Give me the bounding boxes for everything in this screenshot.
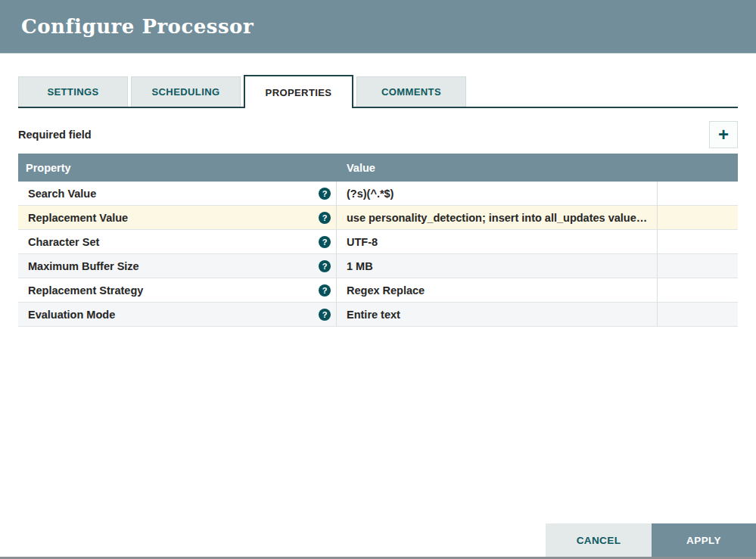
extra-cell bbox=[658, 303, 738, 326]
help-icon[interactable]: ? bbox=[319, 188, 331, 200]
value-cell[interactable]: Regex Replace bbox=[337, 278, 658, 302]
apply-button[interactable]: APPLY bbox=[652, 523, 756, 557]
help-icon[interactable]: ? bbox=[319, 309, 331, 321]
property-cell: Replacement Strategy ? bbox=[18, 278, 337, 302]
property-label: Replacement Value bbox=[28, 212, 128, 224]
dialog-content: SETTINGS SCHEDULING PROPERTIES COMMENTS … bbox=[0, 75, 756, 327]
cancel-button[interactable]: CANCEL bbox=[546, 523, 652, 557]
tab-scheduling[interactable]: SCHEDULING bbox=[131, 76, 241, 107]
value-cell[interactable]: 1 MB bbox=[337, 254, 658, 278]
property-cell: Maximum Buffer Size ? bbox=[18, 254, 337, 278]
tab-comments[interactable]: COMMENTS bbox=[356, 76, 466, 107]
property-label: Replacement Strategy bbox=[28, 284, 143, 297]
help-icon[interactable]: ? bbox=[319, 212, 331, 224]
table-row: Replacement Value ? use personality_dete… bbox=[18, 206, 738, 230]
tab-bar: SETTINGS SCHEDULING PROPERTIES COMMENTS bbox=[18, 75, 738, 108]
plus-icon: + bbox=[718, 126, 729, 144]
property-cell: Search Value ? bbox=[18, 182, 337, 205]
value-cell[interactable]: Entire text bbox=[337, 303, 658, 326]
table-row: Replacement Strategy ? Regex Replace bbox=[18, 278, 738, 303]
column-header-value: Value bbox=[337, 162, 658, 174]
column-header-property: Property bbox=[18, 162, 337, 174]
property-cell: Replacement Value ? bbox=[18, 206, 337, 229]
table-header: Property Value bbox=[18, 154, 738, 182]
table-row: Maximum Buffer Size ? 1 MB bbox=[18, 254, 738, 278]
add-property-button[interactable]: + bbox=[709, 121, 738, 148]
extra-cell bbox=[658, 206, 738, 229]
help-icon[interactable]: ? bbox=[319, 260, 331, 272]
required-field-row: Required field + bbox=[18, 120, 738, 149]
tab-properties[interactable]: PROPERTIES bbox=[244, 75, 353, 108]
property-label: Search Value bbox=[28, 188, 96, 200]
property-label: Evaluation Mode bbox=[28, 309, 115, 321]
extra-cell bbox=[658, 254, 738, 278]
tab-settings[interactable]: SETTINGS bbox=[18, 76, 128, 107]
table-row: Character Set ? UTF-8 bbox=[18, 230, 738, 254]
table-row: Evaluation Mode ? Entire text bbox=[18, 303, 738, 327]
value-cell[interactable]: UTF-8 bbox=[337, 230, 658, 253]
property-label: Maximum Buffer Size bbox=[28, 260, 139, 272]
table-row: Search Value ? (?s)(^.*$) bbox=[18, 182, 738, 206]
required-field-label: Required field bbox=[18, 129, 92, 141]
help-icon[interactable]: ? bbox=[319, 236, 331, 248]
dialog-title: Configure Processor bbox=[21, 15, 254, 38]
extra-cell bbox=[658, 278, 738, 302]
properties-table: Property Value Search Value ? (?s)(^.*$)… bbox=[18, 154, 738, 327]
extra-cell bbox=[658, 230, 738, 253]
extra-cell bbox=[658, 182, 738, 205]
property-label: Character Set bbox=[28, 236, 99, 248]
value-cell[interactable]: use personality_detection; insert into a… bbox=[337, 206, 658, 229]
property-cell: Evaluation Mode ? bbox=[18, 303, 337, 326]
property-cell: Character Set ? bbox=[18, 230, 337, 253]
dialog-header: Configure Processor bbox=[0, 0, 756, 54]
help-icon[interactable]: ? bbox=[319, 284, 331, 297]
value-cell[interactable]: (?s)(^.*$) bbox=[337, 182, 658, 205]
